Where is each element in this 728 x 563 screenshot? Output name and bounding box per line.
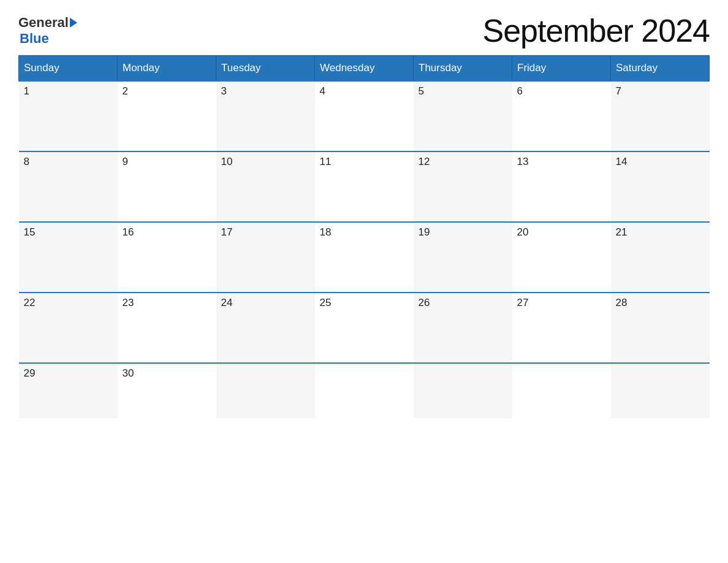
- day-number: 9: [123, 156, 128, 167]
- day-cell: 7: [611, 81, 710, 151]
- weekday-header-tuesday: Tuesday: [216, 56, 315, 82]
- day-number: 18: [320, 226, 332, 238]
- weekday-header-row: SundayMondayTuesdayWednesdayThursdayFrid…: [19, 56, 710, 82]
- day-number: 5: [419, 85, 424, 97]
- day-number: 22: [24, 297, 36, 308]
- logo-triangle-icon: [70, 18, 77, 28]
- day-cell: 13: [512, 151, 611, 222]
- day-cell: 4: [315, 81, 414, 151]
- logo: General Blue: [18, 15, 78, 47]
- page-header: General Blue September 2024: [18, 12, 710, 49]
- logo-general-text: General: [18, 15, 69, 31]
- calendar-week-row: 1234567: [19, 81, 710, 151]
- day-cell: 28: [611, 293, 710, 363]
- empty-day-cell: [216, 363, 315, 418]
- calendar-week-row: 2930: [19, 363, 710, 418]
- day-number: 23: [123, 297, 134, 308]
- day-cell: 6: [512, 81, 611, 151]
- calendar-week-row: 891011121314: [19, 151, 710, 222]
- day-cell: 1: [19, 81, 118, 151]
- day-cell: 25: [315, 293, 414, 363]
- day-cell: 2: [118, 81, 216, 151]
- day-cell: 12: [414, 151, 512, 222]
- empty-day-cell: [512, 363, 611, 418]
- day-cell: 27: [512, 293, 611, 363]
- calendar-week-row: 15161718192021: [19, 222, 710, 293]
- day-number: 7: [616, 85, 621, 97]
- day-cell: 30: [118, 363, 216, 418]
- empty-day-cell: [414, 363, 512, 418]
- day-number: 6: [517, 85, 523, 97]
- day-number: 24: [221, 297, 233, 308]
- day-number: 1: [24, 85, 29, 97]
- day-number: 14: [616, 156, 628, 167]
- day-number: 17: [221, 226, 233, 238]
- day-number: 27: [517, 297, 529, 308]
- logo-blue-text: Blue: [20, 31, 49, 47]
- weekday-header-thursday: Thursday: [414, 56, 512, 82]
- day-number: 15: [24, 226, 36, 238]
- day-cell: 14: [611, 151, 710, 222]
- weekday-header-friday: Friday: [512, 56, 611, 82]
- day-cell: 8: [19, 151, 118, 222]
- calendar-body: 1234567891011121314151617181920212223242…: [19, 81, 710, 418]
- day-cell: 9: [118, 151, 216, 222]
- day-cell: 10: [216, 151, 315, 222]
- weekday-header-monday: Monday: [118, 56, 216, 82]
- day-cell: 11: [315, 151, 414, 222]
- day-cell: 26: [414, 293, 512, 363]
- empty-day-cell: [315, 363, 414, 418]
- day-cell: 17: [216, 222, 315, 293]
- day-cell: 24: [216, 293, 315, 363]
- weekday-header-sunday: Sunday: [19, 56, 118, 82]
- day-number: 21: [616, 226, 628, 238]
- day-cell: 21: [611, 222, 710, 293]
- day-cell: 15: [19, 222, 118, 293]
- day-cell: 18: [315, 222, 414, 293]
- day-cell: 5: [414, 81, 512, 151]
- day-number: 20: [517, 226, 529, 238]
- day-number: 11: [320, 156, 332, 167]
- day-number: 29: [24, 367, 36, 379]
- day-number: 19: [419, 226, 430, 238]
- day-number: 25: [320, 297, 332, 308]
- weekday-header-wednesday: Wednesday: [315, 56, 414, 82]
- day-number: 16: [123, 226, 134, 238]
- day-cell: 29: [19, 363, 118, 418]
- calendar-week-row: 22232425262728: [19, 293, 710, 363]
- day-number: 10: [221, 156, 233, 167]
- day-cell: 22: [19, 293, 118, 363]
- calendar-table: SundayMondayTuesdayWednesdayThursdayFrid…: [18, 55, 710, 418]
- day-number: 13: [517, 156, 529, 167]
- day-number: 2: [123, 85, 128, 97]
- day-cell: 20: [512, 222, 611, 293]
- month-title: September 2024: [483, 12, 710, 49]
- day-number: 4: [320, 85, 325, 97]
- empty-day-cell: [611, 363, 710, 418]
- weekday-header-saturday: Saturday: [611, 56, 710, 82]
- day-cell: 3: [216, 81, 315, 151]
- day-number: 26: [419, 297, 430, 308]
- day-cell: 16: [118, 222, 216, 293]
- calendar-header: SundayMondayTuesdayWednesdayThursdayFrid…: [19, 56, 710, 82]
- day-number: 30: [123, 367, 134, 379]
- day-cell: 19: [414, 222, 512, 293]
- day-number: 3: [221, 85, 227, 97]
- day-number: 12: [419, 156, 430, 167]
- day-number: 8: [24, 156, 29, 167]
- day-cell: 23: [118, 293, 216, 363]
- day-number: 28: [616, 297, 628, 308]
